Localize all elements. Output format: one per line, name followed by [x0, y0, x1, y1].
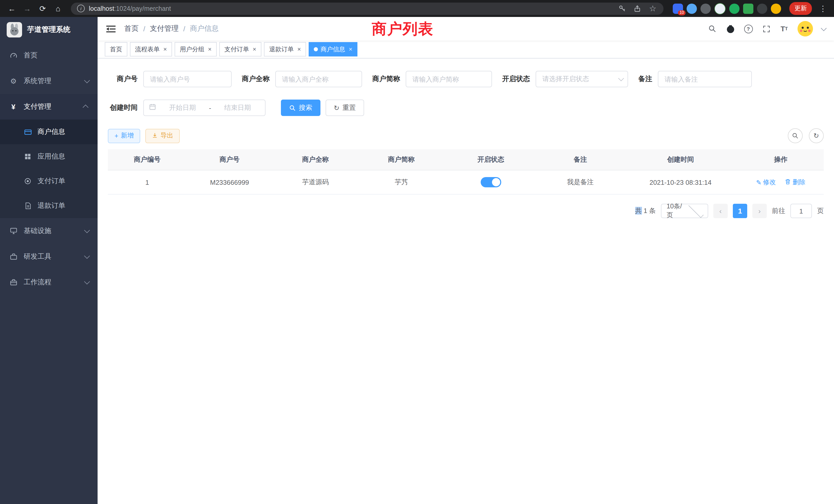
cell-remark: 我是备注: [537, 170, 623, 194]
browser-menu-icon[interactable]: ⋮: [817, 4, 829, 13]
extension-icon[interactable]: [729, 3, 740, 14]
tab-pay-order[interactable]: 支付订单 ×: [219, 42, 261, 56]
sidebar-item-refund-order[interactable]: 退款订单: [0, 193, 97, 218]
field-label: 商户号: [108, 74, 138, 84]
add-button[interactable]: + 新增: [108, 129, 140, 143]
select-placeholder: 请选择开启状态: [542, 74, 618, 84]
github-icon[interactable]: [726, 24, 735, 33]
browser-update-button[interactable]: 更新: [789, 2, 812, 15]
password-key-icon[interactable]: [617, 4, 627, 13]
sidebar-item-merchant-info[interactable]: 商户信息: [0, 120, 97, 144]
prev-page-button[interactable]: ‹: [713, 204, 728, 218]
col-header: 商户编号: [108, 150, 187, 170]
short-name-input[interactable]: [406, 71, 492, 87]
toolbox-icon: [9, 253, 18, 260]
page-number-button[interactable]: 1: [733, 204, 747, 218]
toggle-search-icon[interactable]: [788, 128, 803, 143]
page-size-select[interactable]: 10条/页: [661, 204, 708, 218]
close-icon[interactable]: ×: [208, 46, 212, 52]
table-tools: ↻: [788, 128, 824, 143]
field-label: 商户简称: [372, 74, 400, 84]
sidebar-item-label: 退款订单: [38, 201, 65, 210]
browser-address-bar[interactable]: i localhost:1024/pay/merchant ☆: [71, 2, 663, 15]
avatar-caret-icon[interactable]: [821, 25, 827, 31]
status-toggle[interactable]: [480, 177, 501, 187]
tab-label: 支付订单: [224, 45, 249, 54]
full-name-input[interactable]: [275, 71, 362, 87]
breadcrumb-separator: /: [143, 25, 145, 33]
tab-process-form[interactable]: 流程表单 ×: [130, 42, 172, 56]
browser-reload-button[interactable]: ⟳: [36, 2, 49, 15]
sidebar-logo[interactable]: 芋道管理系统: [0, 17, 97, 43]
export-button[interactable]: 导出: [146, 129, 180, 143]
tab-merchant-info[interactable]: 商户信息 ×: [309, 42, 357, 56]
extension-icon[interactable]: [757, 3, 767, 14]
edit-link[interactable]: ✎修改: [756, 178, 776, 187]
sidebar-item-app-info[interactable]: 应用信息: [0, 144, 97, 169]
remark-input[interactable]: [658, 71, 752, 87]
font-size-icon[interactable]: TT: [780, 24, 789, 33]
next-page-button[interactable]: ›: [752, 204, 767, 218]
sidebar-item-home[interactable]: 首页: [0, 43, 97, 68]
col-header: 商户简称: [358, 150, 444, 170]
close-icon[interactable]: ×: [349, 46, 352, 52]
tab-label: 退款订单: [269, 45, 294, 54]
date-range-picker[interactable]: 开始日期 - 结束日期: [143, 99, 265, 116]
browser-chrome: ← → ⟳ ⌂ i localhost:1024/pay/merchant ☆ …: [0, 0, 834, 17]
table-header-row: 商户编号 商户号 商户全称 商户简称 开启状态 备注 创建时间 操作: [108, 150, 824, 170]
sidebar-item-label: 应用信息: [38, 152, 65, 161]
chevron-up-icon: [83, 105, 89, 111]
delete-link[interactable]: 删除: [785, 178, 806, 187]
search-icon[interactable]: [708, 24, 717, 33]
sidebar-item-infra[interactable]: 基础设施: [0, 218, 97, 244]
extension-badge: 10: [678, 10, 686, 15]
col-header: 商户号: [187, 150, 273, 170]
field-label: 备注: [638, 74, 652, 84]
sidebar-collapse-icon[interactable]: [106, 24, 116, 34]
url-text: localhost:1024/pay/merchant: [89, 5, 171, 12]
fullscreen-icon[interactable]: [762, 24, 771, 33]
search-button[interactable]: 搜索: [281, 99, 321, 116]
extension-icon[interactable]: [771, 3, 781, 14]
user-avatar[interactable]: [797, 21, 813, 37]
sidebar-item-payment[interactable]: ¥ 支付管理: [0, 94, 97, 120]
filter-status: 开启状态 请选择开启状态: [502, 71, 628, 87]
sidebar-item-devtools[interactable]: 研发工具: [0, 244, 97, 270]
refresh-table-icon[interactable]: ↻: [809, 128, 824, 143]
sidebar-item-label: 基础设施: [24, 226, 51, 235]
status-select[interactable]: 请选择开启状态: [535, 71, 628, 87]
sidebar: 芋道管理系统 首页 ⚙ 系统管理 ¥ 支付管理: [0, 17, 97, 504]
table-row[interactable]: 1 M233666999 芋道源码 芋艿 我是备注 2021-10-23 08:…: [108, 170, 824, 194]
close-icon[interactable]: ×: [297, 46, 301, 52]
extension-icon[interactable]: [743, 3, 753, 14]
sidebar-item-system[interactable]: ⚙ 系统管理: [0, 68, 97, 94]
close-icon[interactable]: ×: [253, 46, 256, 52]
filter-short-name: 商户简称: [372, 71, 492, 87]
close-icon[interactable]: ×: [163, 46, 167, 52]
reset-button[interactable]: ↻ 重置: [326, 99, 364, 116]
breadcrumb-payment[interactable]: 支付管理: [150, 24, 179, 33]
breadcrumb-home[interactable]: 首页: [124, 24, 139, 33]
export-button-label: 导出: [160, 131, 173, 140]
goto-page-input[interactable]: [790, 204, 812, 218]
merchant-no-input[interactable]: [143, 71, 232, 87]
sidebar-item-pay-order[interactable]: 支付订单: [0, 169, 97, 193]
extension-icon[interactable]: [714, 3, 726, 14]
extension-icon[interactable]: [687, 3, 697, 14]
extension-icon[interactable]: [701, 3, 711, 14]
monitor-icon: [9, 227, 18, 234]
sidebar-item-label: 支付订单: [38, 177, 65, 186]
help-icon[interactable]: ?: [744, 24, 753, 33]
browser-home-button[interactable]: ⌂: [51, 2, 65, 15]
extension-icon[interactable]: 10: [673, 3, 683, 14]
bookmark-star-icon[interactable]: ☆: [648, 4, 657, 13]
tab-home[interactable]: 首页: [105, 42, 127, 56]
tab-refund-order[interactable]: 退款订单 ×: [264, 42, 306, 56]
download-icon: [152, 132, 158, 139]
share-icon[interactable]: [633, 4, 642, 13]
sidebar-item-workflow[interactable]: 工作流程: [0, 270, 97, 295]
browser-forward-button[interactable]: →: [21, 2, 34, 15]
browser-back-button[interactable]: ←: [5, 2, 19, 15]
tab-user-group[interactable]: 用户分组 ×: [175, 42, 217, 56]
page-info-icon[interactable]: i: [77, 5, 85, 12]
